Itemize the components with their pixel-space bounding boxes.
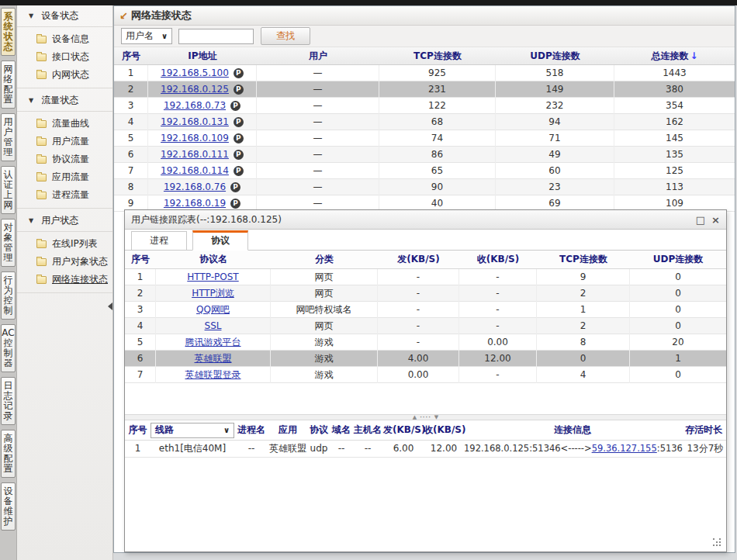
protocol-link[interactable]: QQ网吧 — [196, 304, 230, 315]
table-row[interactable]: 2HTTP浏览网页--20 — [125, 285, 726, 302]
proxy-badge-icon[interactable]: P — [230, 101, 240, 111]
sidebar-group-header[interactable]: ▼流量状态 — [17, 90, 112, 112]
proxy-badge-icon[interactable]: P — [234, 150, 244, 160]
module-tab[interactable]: 系统状态 — [1, 8, 16, 56]
proxy-badge-icon[interactable]: P — [234, 68, 244, 78]
maximize-icon[interactable]: □ — [696, 215, 705, 225]
protocol-link[interactable]: HTTP-POST — [187, 271, 238, 282]
proxy-badge-icon[interactable]: P — [234, 133, 244, 143]
table-row[interactable]: 4192.168.0.131P—6894162 — [114, 114, 735, 130]
table-row[interactable]: 1HTTP-POST网页--90 — [125, 269, 726, 285]
cell-ip: 192.168.0.114P — [148, 163, 257, 179]
col-header-total[interactable]: 总连接数↓ — [614, 50, 735, 63]
table-row[interactable]: 6192.168.0.111P—8649135 — [114, 147, 735, 163]
protocol-link[interactable]: 英雄联盟 — [195, 353, 232, 364]
cell-tx: - — [378, 318, 459, 334]
sidebar-item-应用流量[interactable]: 应用流量 — [17, 168, 112, 186]
module-tab[interactable]: 高级配置 — [1, 430, 16, 478]
tab-protocol[interactable]: 协议 — [192, 230, 248, 251]
ip-link[interactable]: 192.168.0.73 — [164, 98, 226, 114]
proto-col-tx[interactable]: 发(KB/S) — [378, 253, 459, 266]
tab-process[interactable]: 进程 — [131, 231, 187, 251]
proto-table-header: 序号 协议名 分类 发(KB/S) 收(KB/S) TCP连接数 UDP连接数 — [125, 251, 726, 269]
table-row[interactable]: 5192.168.0.109P—7471145 — [114, 130, 735, 147]
protocol-link[interactable]: HTTP浏览 — [192, 288, 234, 299]
table-row[interactable]: 5腾讯游戏平台游戏-0.00820 — [125, 334, 726, 351]
line-select[interactable]: 线路 ∨ — [151, 423, 234, 438]
module-tab[interactable]: 日志记录 — [1, 377, 16, 425]
table-row[interactable]: 8192.168.0.76P—9023113 — [114, 179, 735, 195]
sidebar-item-用户对象状态[interactable]: 用户对象状态 — [17, 253, 112, 271]
sidebar-item-设备信息[interactable]: 设备信息 — [17, 30, 112, 48]
proxy-badge-icon[interactable]: P — [234, 117, 244, 127]
close-icon[interactable]: × — [711, 215, 720, 225]
proto-col-name[interactable]: 协议名 — [156, 253, 271, 266]
sidebar-item-流量曲线[interactable]: 流量曲线 — [17, 115, 112, 133]
protocol-link[interactable]: 英雄联盟登录 — [185, 369, 241, 380]
sidebar-item-进程流量[interactable]: 进程流量 — [17, 186, 112, 204]
proto-col-no[interactable]: 序号 — [125, 253, 156, 266]
proxy-badge-icon[interactable]: P — [234, 166, 244, 176]
proto-col-udp[interactable]: UDP连接数 — [630, 253, 726, 266]
module-tab[interactable]: 用户管理 — [1, 113, 16, 161]
cell-user: — — [257, 81, 379, 98]
col-header-tcp[interactable]: TCP连接数 — [379, 50, 496, 63]
table-row[interactable]: 1eth1[电信40M]--英雄联盟udp----6.0012.00192.16… — [125, 441, 726, 458]
col-header-no[interactable]: 序号 — [114, 50, 148, 63]
search-input[interactable] — [178, 29, 254, 44]
sidebar-group-header[interactable]: ▼用户状态 — [17, 210, 112, 232]
module-tab[interactable]: AC控制器 — [1, 324, 16, 372]
module-tab[interactable]: 对象管理 — [1, 219, 16, 267]
col-header-ip[interactable]: IP地址 — [148, 50, 257, 63]
table-row[interactable]: 7192.168.0.114P—6560125 — [114, 163, 735, 179]
proto-col-tcp[interactable]: TCP连接数 — [537, 253, 630, 266]
ip-link[interactable]: 192.168.0.76 — [164, 179, 226, 195]
proxy-badge-icon[interactable]: P — [230, 199, 240, 209]
ip-link[interactable]: 192.168.0.111 — [161, 147, 229, 163]
table-row[interactable]: 3192.168.0.73P—122232354 — [114, 98, 735, 114]
table-row[interactable]: 1192.168.5.100P—9255181443 — [114, 65, 735, 81]
col-header-udp[interactable]: UDP连接数 — [496, 50, 614, 63]
cell-no: 2 — [114, 81, 148, 98]
module-tab[interactable]: 设备维护 — [1, 482, 16, 531]
proto-col-category[interactable]: 分类 — [271, 253, 378, 266]
sidebar-item-协议流量[interactable]: 协议流量 — [17, 150, 112, 168]
module-tab-label-segment: 置 — [4, 95, 13, 105]
sidebar-item-内网状态[interactable]: 内网状态 — [17, 66, 112, 84]
col-header-user[interactable]: 用户 — [257, 50, 379, 63]
splitter-handle[interactable]: ▲····▼ — [125, 414, 726, 420]
table-row[interactable]: 3QQ网吧网吧特权域名--10 — [125, 302, 726, 318]
proto-col-rx[interactable]: 收(KB/S) — [459, 253, 537, 266]
table-row[interactable]: 6英雄联盟游戏4.0012.0001 — [125, 351, 726, 367]
cell-tcp: 9 — [537, 269, 630, 285]
sidebar-group-header[interactable]: ▼设备状态 — [17, 5, 112, 27]
connection-tracking-popup: 用户链接跟踪表(--:192.168.0.125) □ × 进程 协议 序号 协… — [124, 209, 727, 552]
module-tab[interactable]: 行为控制 — [1, 271, 16, 320]
ip-link[interactable]: 192.168.0.109 — [161, 130, 229, 147]
cell-tcp: 925 — [379, 65, 496, 81]
remote-ip-link[interactable]: 59.36.127.155 — [592, 443, 657, 454]
detail-table-header: 序号 线路 ∨ 进程名 应用 协议 域名 主机名 发(KB/S) 收(KB/S)… — [125, 420, 726, 441]
table-row[interactable]: 4SSL网页--20 — [125, 318, 726, 334]
sidebar-item-用户流量[interactable]: 用户流量 — [17, 133, 112, 150]
proxy-badge-icon[interactable]: P — [230, 182, 240, 192]
ip-link[interactable]: 192.168.0.114 — [161, 163, 229, 179]
ip-link[interactable]: 192.168.0.131 — [161, 114, 229, 130]
sidebar-item-网络连接状态[interactable]: 网络连接状态 — [17, 271, 112, 289]
search-button[interactable]: 查找 — [261, 27, 310, 45]
proxy-badge-icon[interactable]: P — [234, 85, 244, 95]
protocol-link[interactable]: SSL — [205, 320, 222, 331]
protocol-link[interactable]: 腾讯游戏平台 — [185, 337, 241, 347]
sidebar-collapse-handle[interactable] — [108, 302, 112, 310]
table-row[interactable]: 7英雄联盟登录游戏0.00-40 — [125, 367, 726, 383]
module-tab[interactable]: 认证上网 — [1, 166, 16, 214]
table-row[interactable]: 2192.168.0.125P—231149380 — [114, 81, 735, 98]
sidebar-item-在线IP列表[interactable]: 在线IP列表 — [17, 235, 112, 253]
ip-link[interactable]: 192.168.0.125 — [161, 81, 229, 98]
search-filter-select[interactable]: 用户名 ∨ — [121, 28, 172, 44]
ip-link[interactable]: 192.168.5.100 — [161, 65, 229, 81]
module-tab[interactable]: 网络配置 — [1, 60, 16, 109]
sidebar-item-接口状态[interactable]: 接口状态 — [17, 48, 112, 66]
resize-grip[interactable] — [713, 538, 722, 548]
module-tab-label-segment: 置 — [4, 464, 13, 474]
